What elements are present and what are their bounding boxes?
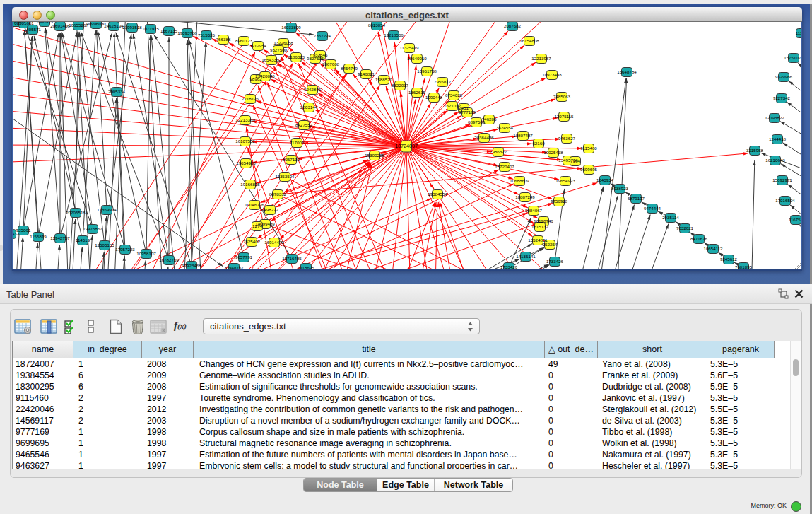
svg-text:1274: 1274 — [252, 223, 262, 228]
svg-text:2867608: 2867608 — [322, 62, 340, 66]
svg-text:16033809: 16033809 — [281, 25, 301, 30]
svg-text:10973493: 10973493 — [542, 72, 562, 77]
svg-text:19218506: 19218506 — [384, 33, 404, 37]
svg-text:9245612: 9245612 — [720, 257, 738, 262]
svg-text:12213967: 12213967 — [531, 56, 551, 61]
svg-text:21993518: 21993518 — [122, 25, 142, 30]
svg-text:9463627: 9463627 — [558, 136, 576, 141]
svg-text:1640934: 1640934 — [596, 177, 614, 182]
svg-text:1667135: 1667135 — [160, 28, 178, 33]
svg-text:7601895: 7601895 — [735, 264, 753, 269]
svg-text:20206516: 20206516 — [66, 210, 86, 215]
svg-text:17016504: 17016504 — [775, 198, 795, 203]
svg-text:08301661: 08301661 — [14, 22, 34, 25]
svg-text:19654985: 19654985 — [236, 160, 256, 165]
svg-text:9115460: 9115460 — [580, 146, 597, 151]
svg-text:17359914: 17359914 — [97, 207, 117, 212]
svg-text:11325419: 11325419 — [399, 45, 419, 50]
svg-text:8322037: 8322037 — [392, 83, 409, 88]
svg-text:6879197: 6879197 — [628, 196, 645, 201]
svg-text:2803144: 2803144 — [300, 105, 318, 110]
svg-text:1615132: 1615132 — [531, 224, 549, 229]
svg-text:17957223: 17957223 — [115, 247, 135, 252]
svg-text:7515526: 7515526 — [198, 33, 216, 37]
svg-text:16107552: 16107552 — [235, 139, 255, 144]
svg-text:10655267: 10655267 — [69, 23, 88, 28]
svg-text:3215958: 3215958 — [746, 148, 764, 153]
svg-text:15720407: 15720407 — [495, 164, 514, 169]
svg-text:8186323: 8186323 — [288, 54, 305, 59]
svg-text:746206: 746206 — [482, 117, 497, 122]
svg-text:9327505: 9327505 — [307, 56, 324, 61]
svg-text:9242845: 9242845 — [304, 87, 322, 92]
svg-text:9756928: 9756928 — [551, 199, 568, 204]
svg-text:18640910: 18640910 — [407, 56, 427, 61]
svg-text:16210643: 16210643 — [765, 158, 785, 163]
svg-text:7955812: 7955812 — [434, 79, 452, 84]
svg-text:114519: 114519 — [76, 238, 90, 243]
svg-text:3624554: 3624554 — [496, 125, 514, 130]
svg-text:1405571: 1405571 — [24, 27, 42, 32]
svg-text:7986322: 7986322 — [490, 149, 507, 154]
svg-text:3912954: 3912954 — [249, 43, 267, 48]
svg-text:1156819: 1156819 — [30, 234, 47, 239]
svg-text:766388: 766388 — [216, 37, 231, 42]
svg-text:98962: 98962 — [249, 76, 262, 81]
svg-text:8454749: 8454749 — [341, 66, 358, 71]
svg-text:717006: 717006 — [290, 140, 305, 145]
svg-text:18724007: 18724007 — [395, 143, 418, 149]
svg-text:12923468: 12923468 — [182, 263, 201, 268]
svg-text:10688609: 10688609 — [510, 178, 529, 183]
svg-text:7357224: 7357224 — [314, 33, 331, 38]
svg-text:19166825: 19166825 — [240, 182, 260, 187]
svg-text:8938923: 8938923 — [611, 186, 629, 191]
svg-text:10046726: 10046726 — [245, 202, 264, 207]
svg-text:9146821: 9146821 — [358, 71, 375, 76]
svg-text:10958107: 10958107 — [136, 251, 156, 256]
svg-text:16961758: 16961758 — [417, 69, 437, 74]
svg-text:9474444: 9474444 — [644, 206, 661, 211]
svg-text:7632621: 7632621 — [676, 226, 694, 230]
svg-text:19975867: 19975867 — [83, 226, 102, 231]
svg-text:2718126: 2718126 — [242, 96, 259, 101]
svg-text:1071915: 1071915 — [142, 26, 160, 31]
svg-text:16154808: 16154808 — [519, 38, 539, 43]
svg-text:9657791: 9657791 — [235, 255, 253, 259]
svg-text:8960123: 8960123 — [235, 38, 253, 43]
svg-text:9084067: 9084067 — [525, 208, 543, 213]
svg-text:9699695: 9699695 — [580, 167, 598, 172]
svg-text:18807249: 18807249 — [515, 194, 535, 199]
svg-text:2087682: 2087682 — [504, 23, 522, 28]
svg-text:19654923: 19654923 — [555, 178, 575, 183]
svg-text:2935114: 2935114 — [662, 215, 679, 220]
svg-text:20364436: 20364436 — [474, 135, 494, 140]
svg-text:19384554: 19384554 — [428, 192, 447, 197]
svg-text:10654112: 10654112 — [703, 246, 723, 251]
svg-text:15716485: 15716485 — [282, 256, 302, 261]
svg-text:1244418: 1244418 — [769, 136, 787, 141]
svg-text:1733426: 1733426 — [546, 259, 564, 264]
svg-text:12942757: 12942757 — [50, 235, 70, 240]
svg-text:10025438: 10025438 — [543, 150, 563, 155]
svg-text:16648784: 16648784 — [617, 69, 637, 74]
svg-text:15300285: 15300285 — [365, 153, 384, 158]
svg-text:9777169: 9777169 — [459, 110, 476, 115]
svg-text:10807487: 10807487 — [513, 133, 533, 138]
svg-text:9498222: 9498222 — [261, 207, 279, 212]
svg-text:16914479: 16914479 — [264, 240, 284, 245]
svg-text:8471676: 8471676 — [690, 236, 708, 241]
svg-text:9329966: 9329966 — [775, 74, 793, 79]
svg-text:6734028: 6734028 — [445, 93, 463, 98]
svg-text:8813054: 8813054 — [368, 23, 386, 28]
svg-text:16543362: 16543362 — [261, 57, 281, 62]
svg-text:12975115: 12975115 — [554, 114, 574, 119]
svg-text:8427552: 8427552 — [295, 122, 313, 127]
svg-text:12213369: 12213369 — [235, 117, 255, 122]
svg-text:24628194: 24628194 — [104, 23, 124, 28]
svg-text:16782759: 16782759 — [159, 257, 179, 262]
svg-text:14136141: 14136141 — [516, 254, 536, 259]
svg-text:1362615: 1362615 — [408, 90, 426, 95]
svg-text:13226058: 13226058 — [273, 40, 293, 45]
svg-text:2005334: 2005334 — [108, 89, 126, 94]
svg-text:7964: 7964 — [570, 158, 580, 163]
